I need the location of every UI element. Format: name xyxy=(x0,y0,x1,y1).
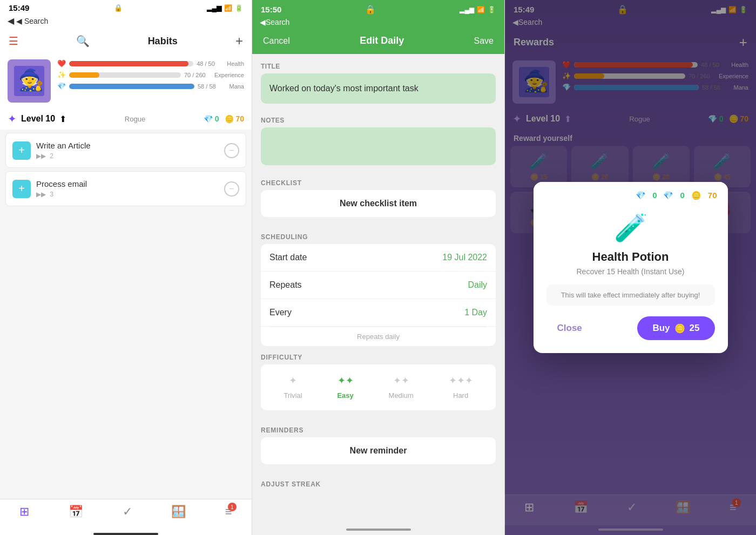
repeats-label: Repeats xyxy=(269,280,302,290)
modal-gem-label: 💎 xyxy=(663,191,673,200)
modal-overlay[interactable]: 💎 0 💎 0 🪙 70 🧪 Health Potion Recover 15 … xyxy=(505,0,756,535)
add-habit-icon[interactable]: + xyxy=(235,33,243,49)
back-chevron-1: ◀ xyxy=(8,16,14,26)
gold-count-1: 🪙 70 xyxy=(225,114,244,123)
modal-gem-icon: 💎 xyxy=(636,191,646,200)
top-bar-1: ☰ 🔍 Habits + xyxy=(0,29,252,53)
buy-coin: 🪙 xyxy=(674,323,685,334)
nav-todos[interactable]: ✓ xyxy=(123,505,132,519)
exp-bar xyxy=(69,72,99,78)
habit-content-2: Process email ▶▶ 3 xyxy=(36,179,219,198)
signal-icon-1: ▂▄▆ xyxy=(207,4,221,12)
arrows-icon-1: ▶▶ xyxy=(36,152,46,160)
home-indicator-2 xyxy=(346,529,411,531)
scheduling-card: Start date 19 Jul 2022 Repeats Daily Eve… xyxy=(261,244,496,346)
currency-row-1: 💎 0 🪙 70 xyxy=(204,114,244,123)
new-reminder-button[interactable]: New reminder xyxy=(261,437,496,464)
hard-stars: ✦✦✦ xyxy=(449,375,473,387)
edit-form-scroll[interactable]: Title Notes CHECKLIST New checklist item… xyxy=(252,54,504,525)
notes-field-label: Notes xyxy=(261,117,496,124)
stats-section-1: ❤️ 48 / 50 Health ✨ 70 / 260 Experience … xyxy=(57,59,244,103)
health-icon: ❤️ xyxy=(57,59,66,67)
easy-label: Easy xyxy=(337,391,353,399)
nav-menu[interactable]: ≡ 1 xyxy=(225,505,232,519)
checklist-section-header: CHECKLIST xyxy=(252,172,504,190)
nav-inventory[interactable]: 🪟 xyxy=(171,505,186,519)
diff-hard[interactable]: ✦✦✦ Hard xyxy=(449,375,473,399)
edit-time: 15:50 xyxy=(261,5,281,14)
medium-stars: ✦✦ xyxy=(393,375,409,387)
modal-gold-icon: 🪙 xyxy=(691,191,701,200)
repeats-row[interactable]: Repeats Daily xyxy=(261,272,496,299)
habit-minus-btn-2[interactable]: − xyxy=(224,181,239,197)
level-badge-1: ⬆ xyxy=(59,114,66,124)
lock-icon-1: 🔒 xyxy=(114,4,123,12)
reminders-section-header: REMINDERS xyxy=(252,419,504,437)
exp-bar-container xyxy=(69,72,181,78)
battery-icon-1: 🔋 xyxy=(235,4,243,12)
hard-label: Hard xyxy=(453,391,468,399)
mana-icon: 💎 xyxy=(57,82,66,90)
edit-daily-title: Edit Daily xyxy=(360,35,404,46)
modal-notice: This will take effect immediately after … xyxy=(546,285,715,306)
modal-actions: Close Buy 🪙 25 xyxy=(546,316,715,340)
edit-signal-icon: ▂▄▆ xyxy=(460,6,474,13)
habit-plus-btn-1[interactable]: + xyxy=(12,141,31,160)
exp-value: 70 / 260 xyxy=(184,72,211,78)
menu-icon-1[interactable]: ☰ xyxy=(9,35,18,48)
habit-plus-btn-2[interactable]: + xyxy=(12,180,31,198)
status-icons-1: ▂▄▆ 📶 🔋 xyxy=(207,4,243,12)
avatar-sprite-1 xyxy=(14,66,44,96)
diff-easy[interactable]: ✦✦ Easy xyxy=(337,375,353,399)
nav-habits[interactable]: ⊞ xyxy=(19,505,29,519)
habit-item-2[interactable]: + Process email ▶▶ 3 − xyxy=(5,171,246,206)
save-button[interactable]: Save xyxy=(474,36,494,46)
diff-medium[interactable]: ✦✦ Medium xyxy=(389,375,414,399)
health-label: Health xyxy=(227,60,244,67)
habit-streak-1: ▶▶ 2 xyxy=(36,152,219,160)
start-date-row[interactable]: Start date 19 Jul 2022 xyxy=(261,244,496,272)
mana-value: 58 / 58 xyxy=(198,83,225,90)
new-checklist-item-button[interactable]: New checklist item xyxy=(261,190,496,217)
close-button[interactable]: Close xyxy=(546,317,593,339)
edit-status-icons: ▂▄▆ 📶 🔋 xyxy=(460,6,496,13)
habit-item-1[interactable]: + Write an Article ▶▶ 2 − xyxy=(5,133,246,168)
medium-label: Medium xyxy=(389,391,414,399)
back-nav-1[interactable]: ◀ ◀ Search xyxy=(0,13,252,29)
every-row[interactable]: Every 1 Day xyxy=(261,299,496,327)
edit-wifi-icon: 📶 xyxy=(477,6,485,13)
status-bar-1: 15:49 🔒 ▂▄▆ 📶 🔋 xyxy=(0,0,252,13)
mana-label: Mana xyxy=(228,83,244,90)
health-value: 48 / 50 xyxy=(197,60,224,67)
level-text-1: Level 10 xyxy=(21,114,55,124)
edit-back-nav[interactable]: ◀ Search xyxy=(252,17,504,30)
character-section-1: ❤️ 48 / 50 Health ✨ 70 / 260 Experience … xyxy=(0,53,252,109)
back-label-1: ◀ Search xyxy=(16,17,48,25)
start-date-label: Start date xyxy=(269,253,307,262)
mana-row: 💎 58 / 58 Mana xyxy=(57,82,244,90)
rewards-panel: 15:49 🔒 ▂▄▆ 📶 🔋 ◀ Search Rewards + xyxy=(504,0,756,535)
adjust-streak-section-header: ADJUST STREAK xyxy=(252,473,504,491)
habit-content-1: Write an Article ▶▶ 2 xyxy=(36,141,219,160)
title-input[interactable] xyxy=(261,73,496,104)
habit-minus-btn-1[interactable]: − xyxy=(224,143,239,158)
arrows-icon-2: ▶▶ xyxy=(36,191,46,198)
modal-gem-val: 0 xyxy=(680,191,684,200)
health-bar-container xyxy=(69,61,193,66)
habit-title-2: Process email xyxy=(36,179,219,188)
edit-back-chevron: ◀ xyxy=(260,18,266,26)
avatar-1 xyxy=(8,59,51,103)
notes-textarea[interactable] xyxy=(261,127,496,165)
diff-trivial[interactable]: ✦ Trivial xyxy=(284,375,302,399)
buy-label: Buy xyxy=(652,323,670,334)
edit-daily-panel: 15:50 🔒 ▂▄▆ 📶 🔋 ◀ Search Cancel Edit Dai… xyxy=(252,0,504,535)
every-value: 1 Day xyxy=(464,308,487,317)
nav-dailies[interactable]: 📅 xyxy=(69,505,83,519)
search-icon-1[interactable]: 🔍 xyxy=(76,35,90,48)
edit-status-bar: 15:50 🔒 ▂▄▆ 📶 🔋 xyxy=(252,0,504,17)
modal-gold-count: 70 xyxy=(708,191,717,200)
habit-streak-2: ▶▶ 3 xyxy=(36,191,219,198)
cancel-button[interactable]: Cancel xyxy=(263,36,290,46)
time-1: 15:49 xyxy=(9,3,29,12)
buy-button[interactable]: Buy 🪙 25 xyxy=(637,316,714,340)
